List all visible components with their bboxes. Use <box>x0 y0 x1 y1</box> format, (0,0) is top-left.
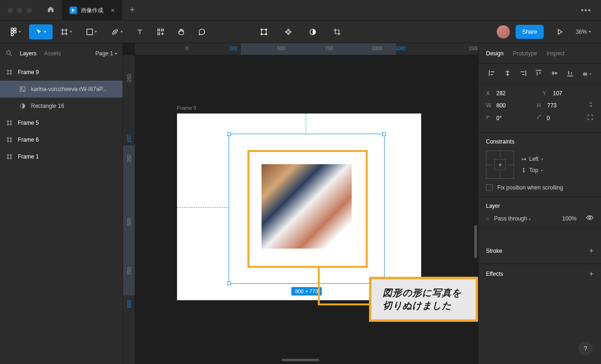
mask-icon[interactable] <box>303 24 322 39</box>
width-value[interactable]: 800 <box>496 102 506 109</box>
resize-handle-ne[interactable] <box>382 132 386 136</box>
prototype-tab[interactable]: Prototype <box>513 50 537 57</box>
align-left-icon[interactable] <box>488 69 496 79</box>
frame-tool[interactable]: ▾ <box>54 24 78 39</box>
layer-row[interactable]: karina-vorozheeva-rW-I87aP... <box>0 81 123 98</box>
independent-corners-icon[interactable] <box>587 114 593 122</box>
comment-tool[interactable] <box>193 24 211 39</box>
svg-point-2 <box>11 30 14 33</box>
svg-point-11 <box>266 29 267 30</box>
main-menu-icon[interactable]: ••• <box>571 6 601 15</box>
dimensions-badge: 800 × 773 <box>291 287 322 296</box>
constraint-v-select[interactable]: ↦Top▾ <box>522 167 543 174</box>
document-tab[interactable]: 画像作成 × <box>62 0 122 21</box>
constraints-widget[interactable]: + <box>486 151 514 179</box>
move-tool[interactable]: ▾ <box>29 24 53 39</box>
resources-tool[interactable] <box>151 24 170 39</box>
fix-position-checkbox[interactable] <box>486 184 493 191</box>
close-window[interactable] <box>8 8 13 13</box>
layer-name: karina-vorozheeva-rW-I87aP... <box>31 86 107 92</box>
visibility-icon[interactable] <box>586 215 593 222</box>
svg-point-12 <box>261 33 262 35</box>
svg-point-14 <box>310 29 316 35</box>
vertical-scrollbar[interactable] <box>474 225 477 258</box>
annotation-connector <box>318 303 370 305</box>
svg-point-1 <box>14 28 16 30</box>
y-value[interactable]: 107 <box>553 90 562 97</box>
right-panel: Design Prototype Inspect ▾ X282 Y107 W80… <box>478 43 601 364</box>
align-center-h-icon[interactable] <box>504 69 511 79</box>
svg-point-4 <box>11 33 14 36</box>
toolbar: ▾ ▾ ▾ ▾ ▾ Share 36%▾ <box>0 21 601 43</box>
close-tab-icon[interactable]: × <box>111 7 115 14</box>
frame-icon <box>6 137 13 143</box>
align-top-icon[interactable] <box>535 69 542 79</box>
stroke-section: Stroke + <box>478 228 601 264</box>
crop-icon[interactable] <box>328 24 347 39</box>
frame-icon <box>6 154 13 159</box>
effects-section: Effects + <box>478 264 601 284</box>
figma-menu[interactable]: ▾ <box>4 24 27 39</box>
align-center-v-icon[interactable] <box>551 69 558 79</box>
layers-tab[interactable]: Layers <box>20 50 37 57</box>
align-right-icon[interactable] <box>519 69 527 79</box>
resize-handle-nw[interactable] <box>227 132 231 136</box>
layer-name: Frame 5 <box>18 120 39 126</box>
layer-row[interactable]: Frame 5 <box>0 114 123 131</box>
text-tool[interactable] <box>131 24 149 39</box>
add-stroke-button[interactable]: + <box>589 247 593 255</box>
help-button[interactable]: ? <box>578 341 593 356</box>
align-bottom-icon[interactable] <box>566 69 574 79</box>
x-value[interactable]: 282 <box>496 90 506 97</box>
component-icon[interactable] <box>279 24 298 39</box>
design-tab[interactable]: Design <box>486 50 503 57</box>
opacity-value[interactable]: 100% <box>562 215 577 222</box>
layer-row[interactable]: Frame 9 <box>0 64 123 81</box>
svg-point-10 <box>261 29 262 30</box>
layer-row[interactable]: Frame 1 <box>0 148 123 165</box>
new-tab-button[interactable]: + <box>122 5 142 15</box>
svg-point-17 <box>21 88 22 89</box>
hand-tool[interactable] <box>172 24 191 39</box>
distribute-icon[interactable]: ▾ <box>582 71 591 77</box>
inspect-tab[interactable]: Inspect <box>547 50 565 57</box>
edit-object-icon[interactable] <box>254 24 273 39</box>
present-icon[interactable] <box>550 24 569 39</box>
svg-rect-7 <box>162 29 163 31</box>
share-button[interactable]: Share <box>516 25 544 39</box>
frame-label[interactable]: Frame 9 <box>177 105 196 111</box>
add-effect-button[interactable]: + <box>589 270 593 278</box>
layer-row[interactable]: Rectangle 16 <box>0 98 123 114</box>
layer-section: Layer ○ Pass through ▾ 100% <box>478 197 601 228</box>
horizontal-scrollbar[interactable] <box>282 359 319 361</box>
minimize-window[interactable] <box>17 8 23 13</box>
zoom-level[interactable]: 36%▾ <box>576 29 591 35</box>
guide-line <box>306 114 306 135</box>
home-icon[interactable] <box>39 6 62 15</box>
constraint-h-select[interactable]: ↦Left▾ <box>522 156 543 162</box>
annotation-highlight <box>247 150 368 268</box>
rotation-value[interactable]: 0° <box>496 115 501 121</box>
shape-tool[interactable]: ▾ <box>80 24 103 39</box>
svg-point-0 <box>11 28 14 30</box>
resize-handle-sw[interactable] <box>227 281 231 285</box>
link-dimensions-icon[interactable] <box>588 101 593 109</box>
guide-line <box>177 207 228 208</box>
assets-tab[interactable]: Assets <box>44 50 61 57</box>
blend-mode-select[interactable]: Pass through ▾ <box>494 215 531 222</box>
horizontal-ruler: 0282500750100010821500 <box>135 43 478 55</box>
canvas[interactable]: 0282500750100010821500 -2501072505007508… <box>123 43 478 364</box>
image-preview <box>262 164 352 249</box>
svg-point-13 <box>266 33 267 35</box>
page-selector[interactable]: Page 1▾ <box>95 50 117 57</box>
pen-tool[interactable]: ▾ <box>105 24 129 39</box>
search-icon[interactable] <box>6 50 12 58</box>
user-avatar[interactable] <box>497 25 510 38</box>
radius-value[interactable]: 0 <box>547 115 550 121</box>
left-panel: Layers Assets Page 1▾ Frame 9karina-voro… <box>0 43 123 364</box>
height-value[interactable]: 773 <box>547 102 557 109</box>
maximize-window[interactable] <box>26 8 32 13</box>
layer-row[interactable]: Frame 6 <box>0 131 123 148</box>
svg-rect-8 <box>158 33 160 35</box>
svg-rect-5 <box>87 29 92 35</box>
